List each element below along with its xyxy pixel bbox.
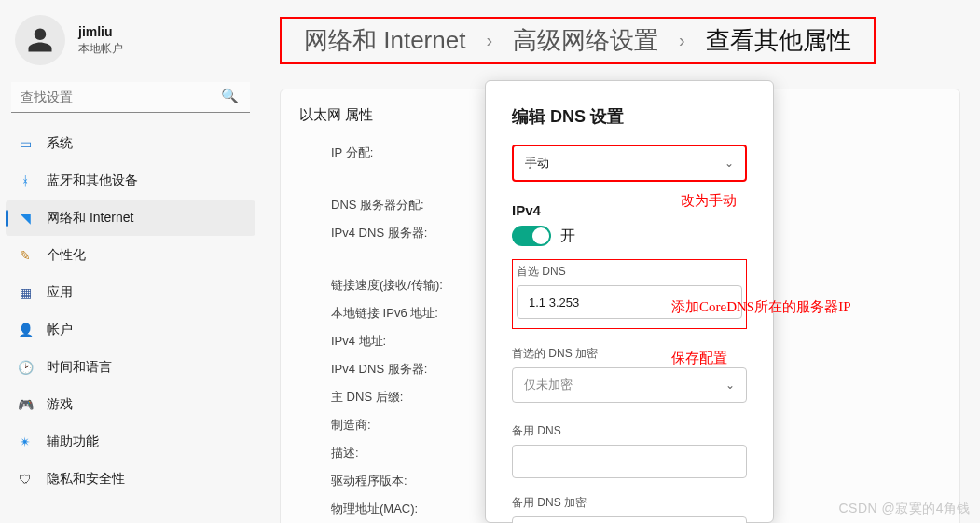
brush-icon: ✎	[17, 247, 34, 264]
user-name: jimliu	[78, 24, 123, 39]
sidebar-item-label: 帐户	[47, 322, 73, 338]
alt-enc-label: 备用 DNS 加密	[512, 495, 747, 511]
search-icon: 🔍	[221, 88, 239, 104]
clock-icon: 🕑	[17, 359, 34, 376]
sidebar-item-gaming[interactable]: 🎮游戏	[6, 387, 255, 422]
breadcrumb-item-2[interactable]: 高级网络设置	[513, 24, 658, 57]
breadcrumb-item-1[interactable]: 网络和 Internet	[304, 24, 465, 57]
dns-mode-select[interactable]: 手动 ⌄	[512, 145, 747, 182]
user-account-type: 本地帐户	[78, 41, 123, 57]
sidebar-item-label: 蓝牙和其他设备	[47, 172, 138, 189]
sidebar-item-label: 个性化	[47, 247, 86, 264]
sidebar-item-label: 游戏	[47, 396, 73, 413]
dns-mode-value: 手动	[525, 156, 549, 170]
user-block[interactable]: jimliu 本地帐户	[6, 6, 255, 78]
watermark: CSDN @寂寞的4角钱	[838, 501, 971, 517]
preferred-dns-highlight: 首选 DNS 1.1 3.253	[512, 259, 747, 329]
bluetooth-icon: ᚼ	[17, 172, 34, 189]
wifi-icon: ︎◥	[17, 210, 34, 227]
breadcrumb-item-3: 查看其他属性	[706, 24, 851, 57]
chevron-down-icon: ⌄	[725, 157, 734, 170]
sidebar-item-system[interactable]: ▭系统	[6, 126, 255, 161]
shield-icon: 🛡	[17, 471, 34, 488]
sidebar-item-label: 时间和语言	[47, 359, 112, 376]
breadcrumb: 网络和 Internet › 高级网络设置 › 查看其他属性	[280, 17, 876, 64]
sidebar-item-apps[interactable]: ▦应用	[6, 275, 255, 310]
ipv4-toggle[interactable]	[512, 226, 551, 246]
sidebar-item-personalization[interactable]: ✎个性化	[6, 238, 255, 273]
sidebar-item-accounts[interactable]: 👤帐户	[6, 312, 255, 348]
sidebar-item-label: 网络和 Internet	[47, 210, 133, 227]
alt-enc-select[interactable]: 仅未加密 ⌄	[512, 516, 747, 523]
chevron-down-icon: ⌄	[725, 378, 735, 392]
dialog-title: 编辑 DNS 设置	[512, 105, 747, 128]
sidebar-item-bluetooth[interactable]: ᚼ蓝牙和其他设备	[6, 163, 255, 199]
apps-icon: ▦	[17, 284, 34, 301]
search-input[interactable]	[11, 82, 250, 113]
chevron-right-icon: ›	[679, 30, 685, 51]
avatar	[15, 15, 65, 65]
chevron-right-icon: ›	[486, 30, 492, 51]
sidebar-item-label: 系统	[47, 135, 73, 152]
accessibility-icon: ✴	[17, 434, 34, 450]
annotation-add-coredns-ip: 添加CoreDNS所在的服务器IP	[671, 298, 851, 316]
sidebar-item-time-language[interactable]: 🕑时间和语言	[6, 350, 255, 385]
sidebar-item-label: 隐私和安全性	[47, 471, 125, 488]
sidebar-item-network[interactable]: ︎◥网络和 Internet	[6, 200, 255, 236]
preferred-enc-select[interactable]: 仅未加密 ⌄	[512, 367, 747, 403]
display-icon: ▭	[17, 135, 34, 152]
annotation-save-config: 保存配置	[671, 350, 727, 367]
toggle-state: 开	[560, 227, 575, 246]
sidebar-item-label: 辅助功能	[47, 434, 99, 450]
person-icon: 👤	[17, 322, 34, 338]
sidebar-item-privacy[interactable]: 🛡隐私和安全性	[6, 461, 255, 497]
game-icon: 🎮	[17, 396, 34, 413]
alt-dns-label: 备用 DNS	[512, 423, 747, 439]
sidebar-item-label: 应用	[47, 284, 73, 301]
preferred-dns-label: 首选 DNS	[517, 264, 742, 280]
annotation-change-to-manual: 改为手动	[681, 192, 737, 210]
sidebar-item-accessibility[interactable]: ✴辅助功能	[6, 424, 255, 460]
sidebar-nav: ▭系统 ᚼ蓝牙和其他设备 ︎◥网络和 Internet ✎个性化 ▦应用 👤帐户…	[6, 126, 255, 497]
alt-dns-input[interactable]	[512, 445, 747, 478]
